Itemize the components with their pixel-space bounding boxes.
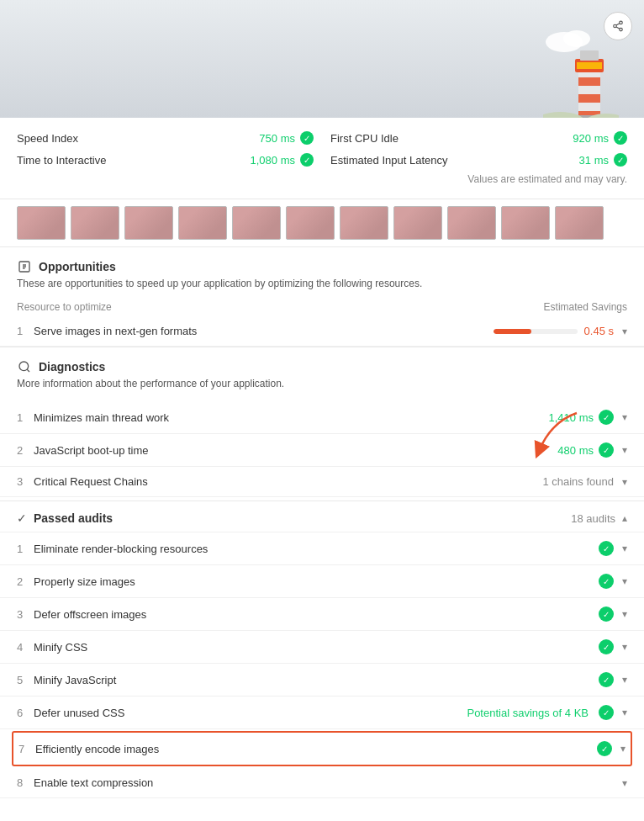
diagnostics-header: Diagnostics: [17, 359, 627, 374]
passed-label-2: Properly size images: [34, 575, 599, 588]
passed-label-8: Enable text compression: [34, 776, 619, 789]
svg-point-2: [620, 28, 623, 31]
passed-number-7: 7: [18, 743, 35, 755]
passed-number-5: 5: [17, 674, 34, 686]
opportunities-header: Opportunities: [17, 259, 627, 274]
passed-label-6: Defer unused CSS: [34, 707, 467, 719]
diagnostic-value-2: 480 ms ✓ ▾: [557, 442, 627, 458]
svg-rect-12: [577, 62, 602, 69]
passed-number-4: 4: [17, 641, 34, 654]
time-to-interactive-label: Time to Interactive: [17, 154, 106, 167]
speed-index-label: Speed Index: [17, 132, 78, 145]
diagnostic-number-2: 2: [17, 444, 34, 457]
diagnostic-row-2[interactable]: 2 JavaScript boot-up time 480 ms ✓ ▾: [0, 434, 644, 467]
chevron-down-icon-passed7: ▾: [620, 743, 626, 755]
opportunities-icon: [17, 259, 32, 274]
savings-value-1: 0.45 s: [584, 325, 614, 337]
svg-rect-13: [580, 50, 599, 61]
chevron-down-icon-passed2: ▾: [622, 575, 627, 587]
opportunities-section: Opportunities These are opportunities to…: [0, 247, 644, 289]
diagnostic-value-3: 1 chains found ▾: [542, 475, 627, 488]
metric-input-latency: Estimated Input Latency 31 ms ✓: [330, 153, 627, 167]
passed-number-6: 6: [17, 707, 34, 719]
passed-row-5[interactable]: 5 Minify JavaScript ✓ ▾: [0, 664, 644, 697]
input-latency-value: 31 ms ✓: [579, 153, 627, 167]
chevron-down-icon-passed3: ▾: [622, 608, 627, 620]
passed-label-4: Minify CSS: [34, 641, 599, 654]
check-icon-passed6: ✓: [599, 705, 614, 720]
filmstrip-thumb-11: [555, 206, 604, 240]
passed-row-7-wrapper: 7 Efficiently encode images ✓ ▾: [12, 731, 632, 766]
passed-row-6[interactable]: 6 Defer unused CSS Potential savings of …: [0, 697, 644, 729]
passed-number-8: 8: [17, 776, 34, 789]
header-area: [0, 0, 644, 118]
chevron-down-icon-diag2: ▾: [622, 444, 627, 456]
passed-value-7: ✓ ▾: [597, 741, 626, 756]
passed-label-5: Minify JavaScript: [34, 674, 599, 686]
opportunities-title: Opportunities: [39, 260, 116, 273]
passed-value-1: ✓ ▾: [599, 541, 627, 556]
diagnostic-value-1: 1,410 ms ✓ ▾: [549, 410, 627, 425]
metric-first-cpu-idle: First CPU Idle 920 ms ✓: [330, 131, 627, 145]
opportunity-label-1: Serve images in next-gen formats: [34, 325, 494, 337]
savings-bar: [494, 329, 578, 334]
input-latency-label: Estimated Input Latency: [330, 154, 447, 167]
first-cpu-idle-check: ✓: [614, 131, 627, 145]
check-icon-diag1: ✓: [599, 410, 614, 425]
filmstrip-thumb-9: [447, 206, 496, 240]
filmstrip-thumb-1: [17, 206, 66, 240]
first-cpu-idle-label: First CPU Idle: [330, 132, 399, 145]
filmstrip-thumb-6: [286, 206, 335, 240]
chevron-down-icon-passed5: ▾: [622, 674, 627, 686]
diagnostics-section: Diagnostics More information about the p…: [0, 347, 644, 401]
diagnostic-label-3: Critical Request Chains: [34, 475, 542, 488]
chevron-down-icon-diag1: ▾: [622, 411, 627, 423]
svg-point-21: [19, 362, 29, 371]
diagnostics-icon: [17, 359, 32, 374]
metric-time-to-interactive: Time to Interactive 1,080 ms ✓: [17, 153, 314, 167]
passed-value-4: ✓ ▾: [599, 639, 627, 654]
check-icon-passed2: ✓: [599, 574, 614, 589]
passed-row-4[interactable]: 4 Minify CSS ✓ ▾: [0, 631, 644, 664]
chevron-up-icon: ▴: [622, 512, 627, 524]
filmstrip: [0, 199, 644, 247]
passed-label-7: Efficiently encode images: [35, 743, 597, 755]
speed-index-value: 750 ms ✓: [259, 131, 314, 145]
check-icon-passed1: ✓: [599, 541, 614, 556]
diagnostic-row-1[interactable]: 1 Minimizes main thread work 1,410 ms ✓ …: [0, 401, 644, 434]
passed-value-5: ✓ ▾: [599, 672, 627, 687]
opportunities-table-header: Resource to optimize Estimated Savings: [0, 298, 644, 316]
check-icon-passed4: ✓: [599, 639, 614, 654]
passed-row-1[interactable]: 1 Eliminate render-blocking resources ✓ …: [0, 532, 644, 565]
passed-row-8[interactable]: 8 Enable text compression ▾: [0, 768, 644, 798]
passed-value-8: ▾: [619, 777, 627, 789]
col-savings: Estimated Savings: [544, 301, 627, 313]
savings-bar-fill: [494, 329, 531, 334]
opportunity-row-1[interactable]: 1 Serve images in next-gen formats 0.45 …: [0, 316, 644, 347]
svg-point-6: [563, 30, 590, 47]
diagnostic-label-1: Minimizes main thread work: [34, 411, 549, 424]
passed-audits-count: 18 audits: [571, 512, 615, 525]
diagnostic-row-3[interactable]: 3 Critical Request Chains 1 chains found…: [0, 467, 644, 497]
filmstrip-thumb-5: [232, 206, 281, 240]
passed-value-2: ✓ ▾: [599, 574, 627, 589]
svg-rect-8: [578, 77, 600, 86]
passed-row-7[interactable]: 7 Efficiently encode images ✓ ▾: [13, 733, 631, 765]
passed-row-3[interactable]: 3 Defer offscreen images ✓ ▾: [0, 598, 644, 631]
metrics-section: Speed Index 750 ms ✓ First CPU Idle 920 …: [0, 118, 644, 199]
first-cpu-idle-value: 920 ms ✓: [573, 131, 627, 145]
savings-text-6: Potential savings of 4 KB: [467, 707, 589, 719]
speed-index-check: ✓: [300, 131, 314, 145]
chevron-down-icon-passed1: ▾: [622, 543, 627, 554]
passed-row-2[interactable]: 2 Properly size images ✓ ▾: [0, 565, 644, 598]
diagnostics-desc: More information about the performance o…: [17, 378, 627, 389]
opportunity-number-1: 1: [17, 325, 34, 337]
chevron-down-icon-passed4: ▾: [622, 641, 627, 653]
svg-line-22: [27, 369, 29, 372]
diagnostics-title: Diagnostics: [39, 360, 105, 373]
col-resource: Resource to optimize: [17, 301, 112, 313]
passed-check-icon: ✓: [17, 511, 27, 525]
passed-audits-header[interactable]: ✓ Passed audits 18 audits ▴: [0, 501, 644, 532]
diagnostic-number-3: 3: [17, 475, 34, 488]
estimated-note: Values are estimated and may vary.: [17, 173, 627, 185]
